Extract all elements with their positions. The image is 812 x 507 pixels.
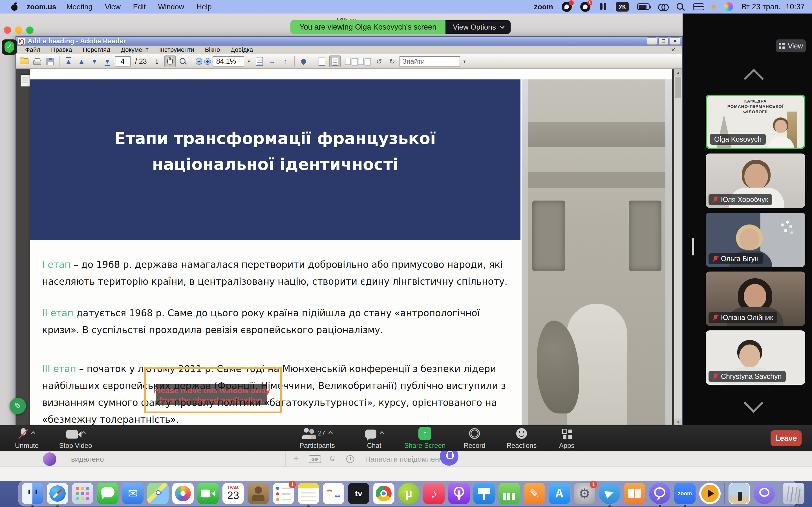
viber-status-icon[interactable] [562,2,572,12]
menubar-item-edit[interactable]: Edit [133,3,146,11]
participant-video-olga[interactable]: КАФЕДРА РОМАНО-ГЕРМАНСЬКОЇ ФІЛОЛОГІЇOlga… [706,95,805,149]
gif-icon[interactable]: GIF [309,455,321,463]
chevron-up-icon[interactable] [328,431,333,436]
dock-icon-reminders[interactable]: 1 [273,483,294,504]
scroll-up-icon[interactable]: ▲ [674,69,682,76]
control-center-icon[interactable] [693,3,703,10]
menubar-item-window[interactable]: Window [158,3,184,11]
dock-icon-calendar[interactable]: ТРАВ.23 [222,483,244,504]
restore-button[interactable]: ❐ [658,38,668,45]
hand-tool-button[interactable] [164,55,175,67]
record-button[interactable]: Record [453,425,496,451]
menubar-app-name[interactable]: zoom.us [27,3,56,11]
marquee-zoom-button[interactable] [177,55,189,67]
close-traffic-light[interactable] [4,26,11,34]
dock-icon-facetime[interactable] [197,483,219,504]
minimize-traffic-light[interactable] [15,26,22,34]
dock-icon-appletv[interactable] [348,483,369,504]
ink-sign-button[interactable] [298,55,309,67]
dock-icon-podcasts[interactable] [448,483,470,504]
zoom-out-button[interactable]: − [196,58,202,65]
adobe-menu-item-1[interactable]: Правка [46,46,77,53]
dock-icon-minimized-viber[interactable] [754,483,775,504]
participant-video-yulia[interactable]: Юля Хоробчук [706,154,805,208]
select-tool-button[interactable]: I [151,55,163,67]
adobe-menu-item-6[interactable]: Довідка [225,46,258,53]
participant-video-yuliana[interactable]: Юліана Олійник [706,272,805,326]
previous-page-button[interactable]: ▲ [76,55,87,67]
participants-button[interactable]: 27Participants [296,425,338,451]
quad-layout-button[interactable] [355,55,366,67]
dock-icon-utorrent[interactable] [398,483,419,504]
apple-logo-icon[interactable] [11,3,18,11]
page-number-input[interactable]: 4 [115,56,131,66]
continuous-layout-button[interactable] [329,55,341,67]
input-source-indicator[interactable]: УК [616,2,629,11]
reactions-button[interactable]: Reactions [500,425,543,451]
chevron-up-icon[interactable] [81,431,86,436]
dock-icon-downloads[interactable] [728,483,750,504]
dock-icon-chrome[interactable] [373,483,395,504]
adobe-menu-item-2[interactable]: Перегляд [77,46,116,53]
dock-icon-safari[interactable] [47,483,68,504]
zoom-dropdown-icon[interactable]: ▼ [247,59,251,64]
view-options-button[interactable]: View Options [446,20,511,34]
view-layout-button[interactable]: View [776,40,806,52]
app-status-icon[interactable]: 6 [580,2,591,12]
emoji-icon[interactable]: ☺ [328,454,337,462]
attach-plus-icon[interactable]: + [293,453,299,464]
zoom-in-button[interactable]: + [204,58,211,65]
zoom-traffic-light[interactable] [26,26,34,34]
minimize-button[interactable]: — [647,38,657,45]
dock-icon-music[interactable] [423,483,445,504]
timer-icon[interactable] [346,455,354,463]
apps-button[interactable]: Apps [546,425,588,451]
participant-video-chrystyna[interactable]: Chrystyna Savchyn [706,330,805,385]
antivirus-shield-icon[interactable] [2,40,17,55]
dock-icon-photos[interactable] [172,483,194,504]
dock-icon-maps[interactable] [147,483,168,504]
save-button[interactable] [45,55,56,67]
dock-icon-notes[interactable] [298,483,319,504]
dock-icon-mail[interactable] [122,483,144,504]
document-scrollbar[interactable]: ▲ ▼ [674,69,682,426]
dock-icon-graph[interactable] [323,483,344,504]
actual-size-button[interactable] [254,55,265,67]
battery-icon[interactable] [637,3,650,10]
leave-button[interactable]: Leave [770,431,802,446]
siri-icon[interactable] [724,2,733,11]
rotate-left-button[interactable]: ↺ [373,55,385,67]
find-dropdown-icon[interactable]: ▼ [463,59,467,64]
dock-icon-keynote[interactable] [473,483,495,504]
rotate-right-button[interactable]: ↻ [387,55,398,67]
first-page-button[interactable]: ▲ [63,55,74,67]
scroll-down-icon[interactable]: ▼ [674,418,682,426]
menubar-item-view[interactable]: View [105,3,121,11]
dock-icon-numbers[interactable] [499,483,520,504]
pdf-page[interactable]: Етапи трансформації французької націонал… [30,69,672,426]
dock-icon-trash[interactable] [783,483,804,504]
print-button[interactable] [32,55,43,67]
zoom-level-input[interactable]: 84.1% [213,56,244,66]
page-thumbnails-icon[interactable] [20,74,30,87]
chevron-up-icon[interactable] [379,431,384,436]
spotlight-icon[interactable] [676,3,684,11]
fit-width-button[interactable]: ↔ [267,55,278,67]
fit-page-button[interactable]: ↕ [280,55,291,67]
chat-avatar[interactable] [43,452,56,466]
unmute-button[interactable]: Unmute [6,425,48,451]
adobe-menu-item-3[interactable]: Документ [116,46,154,53]
collapse-videos-chevron-icon[interactable] [744,69,764,89]
share-screen-button[interactable]: ↑Share Screen [404,425,446,451]
dock-icon-launchpad[interactable] [72,483,93,504]
scrollbar-thumb[interactable] [675,76,681,98]
next-page-button[interactable]: ▼ [89,55,100,67]
dock-icon-books[interactable] [624,483,645,504]
adobe-menu-item-0[interactable]: Файл [20,46,46,53]
sidebar-resize-handle[interactable] [692,238,694,256]
stop-video-button[interactable]: Stop Video [54,425,97,451]
link-status-icon[interactable] [658,3,668,11]
dock-icon-appstore[interactable] [549,483,570,504]
dock-icon-zoom[interactable] [674,483,696,504]
adobe-titlebar[interactable]: Add a heading - Adobe Reader — ❐ ✕ [16,37,682,46]
